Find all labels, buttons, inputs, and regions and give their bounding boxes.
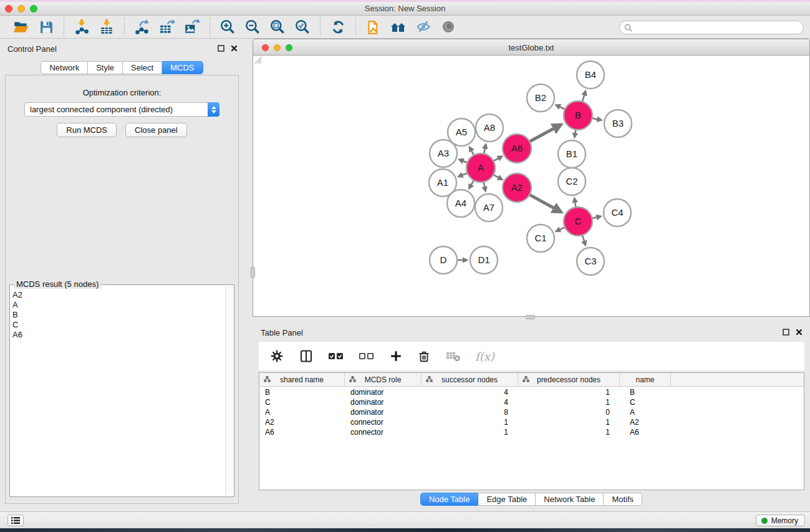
create-column-icon[interactable] [389,349,403,363]
edge-A2-C[interactable] [529,195,561,212]
edge-A6-B[interactable] [529,125,561,142]
import-table-icon[interactable] [97,18,116,36]
float-panel-icon[interactable] [218,45,224,52]
edge-C-C3[interactable] [582,235,586,245]
edge-A-A3[interactable] [459,160,467,163]
table-cell[interactable]: A [620,407,671,417]
mcds-result-item[interactable]: A6 [12,330,224,340]
table-cell[interactable]: 8 [422,407,518,417]
table-cell[interactable]: A [259,407,345,417]
export-table-icon[interactable] [158,18,176,36]
table-gear-icon[interactable] [269,349,284,364]
graph-node-C3[interactable]: C3 [577,248,604,275]
open-session-icon[interactable] [12,18,31,36]
graph-node-A4[interactable]: A4 [447,190,475,217]
table-cell[interactable]: 1 [422,427,518,437]
mcds-result-item[interactable]: A2 [12,290,224,300]
table-cell[interactable]: A2 [620,417,671,427]
hide-selected-icon[interactable] [414,18,433,36]
mcds-result-item[interactable]: B [12,310,224,320]
resize-grip-icon[interactable] [253,56,262,64]
tab-node-table[interactable]: Node Table [420,493,479,506]
zoom-selected-icon[interactable] [293,18,312,36]
toggle-columns-icon[interactable] [299,349,314,364]
close-panel-icon[interactable] [231,45,238,52]
table-cell[interactable]: B [259,387,345,397]
table-cell[interactable]: 1 [518,387,620,397]
select-all-icon[interactable] [328,351,344,361]
task-history-button[interactable] [7,515,24,526]
search-input[interactable] [635,22,803,33]
float-panel-icon[interactable] [783,329,789,336]
zoom-fit-icon[interactable] [268,18,287,36]
table-cell[interactable]: 1 [518,417,620,427]
graph-node-A6[interactable]: A6 [503,134,531,163]
edge-A-A1[interactable] [458,173,467,177]
table-cell[interactable]: connector [345,427,422,437]
new-network-from-selection-icon[interactable] [364,18,383,36]
tab-mcds[interactable]: MCDS [162,61,203,74]
graph-node-C2[interactable]: C2 [558,168,586,195]
graph-node-A2[interactable]: A2 [503,173,531,202]
table-cell[interactable]: C [259,397,345,407]
graph-node-A[interactable]: A [466,153,495,182]
edge-C-C2[interactable] [574,198,576,208]
graph-node-C1[interactable]: C1 [527,225,554,252]
column-header-name[interactable]: name [620,373,671,387]
graph-node-B1[interactable]: B1 [558,140,586,168]
table-cell[interactable]: A2 [259,417,345,427]
table-cell[interactable]: connector [345,417,422,427]
edge-C-C1[interactable] [556,227,565,231]
table-cell[interactable]: 1 [518,397,620,407]
table-cell[interactable]: dominator [345,407,422,417]
zoom-in-icon[interactable] [218,18,237,36]
edge-B-B1[interactable] [574,130,576,138]
edge-A-A5[interactable] [470,147,474,155]
network-window-titlebar[interactable]: testGlobe.txt [253,39,810,56]
tab-network[interactable]: Network [41,61,88,74]
table-row-A[interactable]: Adominator80A [259,407,804,417]
column-header-shared-name[interactable]: shared name [259,373,345,387]
table-cell[interactable]: 4 [422,387,518,397]
table-row-A2[interactable]: A2connector11A2 [259,417,804,427]
memory-button[interactable]: Memory [756,515,805,526]
tab-edge-table[interactable]: Edge Table [478,493,536,506]
import-network-icon[interactable] [72,18,91,36]
graph-node-B4[interactable]: B4 [577,61,604,89]
network-canvas[interactable]: B4B2BB3A5A8A6B1A3AC2A1A2A4A7C4CC1C3DD1 [253,56,810,317]
table-cell[interactable]: B [620,387,671,397]
column-header-predecessor-nodes[interactable]: predecessor nodes [518,373,620,387]
delete-columns-icon[interactable] [417,349,431,364]
table-cell[interactable]: 1 [422,417,518,427]
graph-node-B3[interactable]: B3 [604,110,632,137]
edge-A-A8[interactable] [484,144,486,153]
table-cell[interactable]: 0 [518,407,620,417]
table-cell[interactable]: A6 [620,427,671,437]
table-cell[interactable]: C [620,397,671,407]
result-list-scrollbar[interactable] [225,286,233,496]
table-cell[interactable]: 1 [518,427,620,437]
graph-node-C[interactable]: C [564,207,592,236]
graph-node-D[interactable]: D [430,246,457,274]
graph-node-C4[interactable]: C4 [604,199,631,226]
optimization-criterion-dropdown[interactable]: largest connected component (directed) [24,102,219,117]
vertical-split-handle[interactable] [251,267,255,278]
graph-node-A8[interactable]: A8 [476,114,503,142]
edge-A-A7[interactable] [484,182,486,191]
edge-A-A4[interactable] [469,180,474,188]
graph-node-B2[interactable]: B2 [527,84,554,112]
horizontal-split-handle[interactable] [526,315,535,319]
zoom-out-icon[interactable] [243,18,262,36]
close-panel-button[interactable]: Close panel [125,123,187,137]
table-row-A6[interactable]: A6connector11A6 [259,427,804,437]
tab-style[interactable]: Style [88,61,123,74]
column-header-MCDS-role[interactable]: MCDS role [345,373,422,387]
tab-motifs[interactable]: Motifs [604,493,642,506]
edge-A-A6[interactable] [493,157,502,161]
tab-select[interactable]: Select [123,61,162,74]
deselect-all-icon[interactable] [359,351,375,361]
save-session-icon[interactable] [37,18,55,36]
table-cell[interactable]: A6 [259,427,345,437]
edge-A-A2[interactable] [493,175,502,180]
table-cell[interactable]: dominator [345,387,422,397]
